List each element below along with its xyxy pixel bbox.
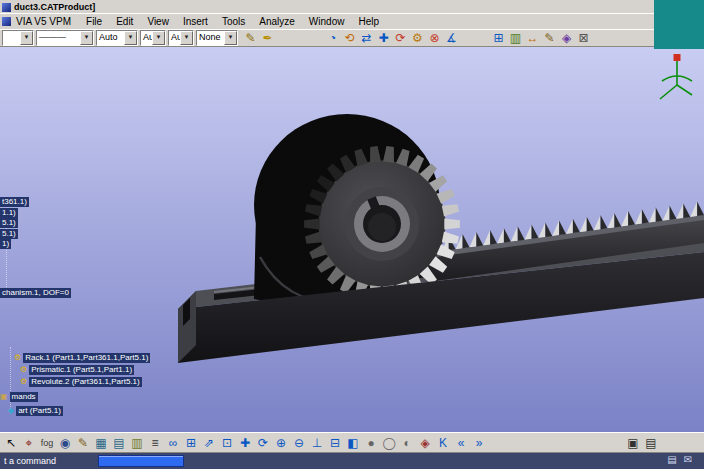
frame-icon[interactable]: ⊞ <box>490 30 507 46</box>
tree-item-label: mands <box>10 392 38 402</box>
layer-combo[interactable]: None▼ <box>196 30 238 46</box>
mechanism-gear-icon[interactable]: ⚙ <box>409 30 426 46</box>
rotate-tool-icon[interactable]: ⟳ <box>392 30 409 46</box>
view-eye-icon[interactable]: ◉ <box>56 434 74 452</box>
tools-icon[interactable]: ⊠ <box>575 30 592 46</box>
doc-status-icon[interactable]: ▤ <box>664 454 680 465</box>
tree-item-label: 1) <box>0 239 11 249</box>
line-type-combo-value: ——— <box>37 31 80 45</box>
status-prompt: t a command <box>4 456 56 466</box>
paint-icon[interactable]: ✒ <box>259 30 276 46</box>
tree-item[interactable]: ▣mands <box>0 392 38 402</box>
back-icon[interactable]: « <box>452 434 470 452</box>
forward-icon[interactable]: » <box>470 434 488 452</box>
simulation-icon[interactable]: ◔ <box>324 30 341 46</box>
chevron-down-icon[interactable]: ▼ <box>124 31 137 45</box>
desktop-corner <box>654 0 704 49</box>
tree-item[interactable]: chanism.1, DOF=0 <box>0 288 71 298</box>
shaded-icon[interactable]: ● <box>362 434 380 452</box>
tree-item[interactable]: 1) <box>0 239 11 249</box>
tree-item[interactable]: ⚙Prismatic.1 (Part5.1,Part1.1) <box>20 365 134 375</box>
fit-all-icon[interactable]: ⊡ <box>218 434 236 452</box>
specification-tree: t361.1)1.1)5.1)5.1)1)chanism.1, DOF=0⚙Ra… <box>0 47 280 432</box>
multi-view-icon[interactable]: ⊟ <box>326 434 344 452</box>
dmu-icon-group: ⊞▥↔✎◈⊠ <box>490 30 592 46</box>
tree-item[interactable]: 5.1) <box>0 229 18 239</box>
manipulate-icon[interactable]: ✚ <box>375 30 392 46</box>
pan-icon[interactable]: ✚ <box>236 434 254 452</box>
menu-file[interactable]: File <box>79 15 109 28</box>
list-icon[interactable]: ≡ <box>146 434 164 452</box>
replay-icon[interactable]: ⟲ <box>341 30 358 46</box>
section-icon[interactable]: ▥ <box>507 30 524 46</box>
monitor-icon[interactable]: ▣ <box>624 434 642 452</box>
chevron-down-icon[interactable]: ▼ <box>20 31 33 45</box>
style-combo[interactable]: ▼ <box>2 30 34 46</box>
part-icon: ◆ <box>8 406 14 416</box>
distance-icon[interactable]: ↔ <box>524 30 541 46</box>
sketcher-icon[interactable]: ✎ <box>74 434 92 452</box>
compass[interactable] <box>654 51 700 109</box>
zoom-out-icon[interactable]: ⊖ <box>290 434 308 452</box>
menu-help[interactable]: Help <box>351 15 386 28</box>
combo-group: ▼———▼Auto▼Aut▼Aut▼None▼ <box>0 30 238 46</box>
join-icon[interactable]: ⊞ <box>182 434 200 452</box>
grid-icon[interactable]: ▦ <box>92 434 110 452</box>
tree-item[interactable]: ⚙Revolute.2 (Part361.1,Part5.1) <box>20 377 142 387</box>
edit-icon-group: ✎✒ <box>242 30 276 46</box>
chevron-down-icon[interactable]: ▼ <box>180 31 193 45</box>
annotation-icon[interactable]: ✎ <box>541 30 558 46</box>
table-icon[interactable]: ▤ <box>110 434 128 452</box>
power-input-field[interactable] <box>98 455 184 467</box>
link-icon[interactable]: ∞ <box>164 434 182 452</box>
sheet-icon[interactable]: ▥ <box>128 434 146 452</box>
tree-item[interactable]: 5.1) <box>0 218 18 228</box>
chevron-down-icon[interactable]: ▼ <box>152 31 165 45</box>
chevron-down-icon[interactable]: ▼ <box>224 31 237 45</box>
tree-item[interactable]: t361.1) <box>0 197 29 207</box>
tree-item-label: Prismatic.1 (Part5.1,Part1.1) <box>29 365 134 375</box>
menu-view[interactable]: View <box>140 15 176 28</box>
menu-tools[interactable]: Tools <box>215 15 252 28</box>
select-icon[interactable]: ↖ <box>2 434 20 452</box>
target-icon[interactable]: ⌖ <box>20 434 38 452</box>
tree-item-label: art (Part5.1) <box>16 406 63 416</box>
zoom-in-icon[interactable]: ⊕ <box>272 434 290 452</box>
half-shade-icon[interactable]: ◧ <box>344 434 362 452</box>
chevron-down-icon[interactable]: ▼ <box>80 31 93 45</box>
rotate-icon[interactable]: ⟳ <box>254 434 272 452</box>
menu-analyze[interactable]: Analyze <box>252 15 302 28</box>
kinematics-icon-group: ◔⟲⇄✚⟳⚙⊗∡ <box>324 30 460 46</box>
point-type-combo[interactable]: Aut▼ <box>140 30 166 46</box>
menu-window[interactable]: Window <box>302 15 352 28</box>
tree-item[interactable]: ◆art (Part5.1) <box>8 406 63 416</box>
tree-item[interactable]: 1.1) <box>0 208 18 218</box>
display-icon[interactable]: ▤ <box>642 434 660 452</box>
line-weight-combo[interactable]: Auto▼ <box>96 30 138 46</box>
clash-icon[interactable]: ⊗ <box>426 30 443 46</box>
menu-insert[interactable]: Insert <box>176 15 215 28</box>
render-style-combo-value: Aut <box>169 31 180 45</box>
sketch-icon[interactable]: ✎ <box>242 30 259 46</box>
compass-handle[interactable] <box>674 54 681 61</box>
tree-item[interactable]: ⚙Rack.1 (Part1.1,Part361.1,Part5.1) <box>14 353 150 363</box>
shuttle-icon[interactable]: ⇄ <box>358 30 375 46</box>
measure-icon[interactable]: ∡ <box>443 30 460 46</box>
tree-item-label: Revolute.2 (Part361.1,Part5.1) <box>29 377 142 387</box>
hidden-line-icon[interactable]: ◐ <box>398 434 416 452</box>
status-icon-group: ▤✉ <box>664 454 696 465</box>
fly-icon[interactable]: ⇗ <box>200 434 218 452</box>
fog-icon[interactable]: fog <box>38 434 56 452</box>
mail-status-icon[interactable]: ✉ <box>680 454 696 465</box>
tree-item-label: 1.1) <box>0 208 18 218</box>
compass-icon[interactable]: ◈ <box>416 434 434 452</box>
normal-view-icon[interactable]: ⊥ <box>308 434 326 452</box>
view-tools-group: ↖⌖fog◉✎▦▤▥≡∞⊞⇗⊡✚⟳⊕⊖⊥⊟◧●◯◐◈K«» <box>2 434 488 452</box>
wireframe-icon[interactable]: ◯ <box>380 434 398 452</box>
knowledge-icon[interactable]: K <box>434 434 452 452</box>
line-type-combo[interactable]: ———▼ <box>36 30 94 46</box>
menu-edit[interactable]: Edit <box>109 15 140 28</box>
catia-window: duct3.CATProduct] VIA V5 VPM FileEditVie… <box>0 0 704 469</box>
render-style-combo[interactable]: Aut▼ <box>168 30 194 46</box>
swap-view-icon[interactable]: ◈ <box>558 30 575 46</box>
